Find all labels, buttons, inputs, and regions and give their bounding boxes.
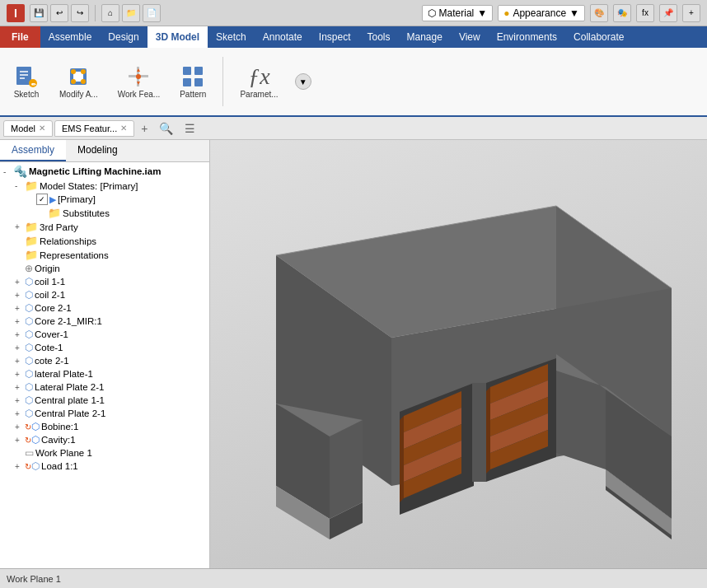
tree-expand-cote1[interactable]: + (15, 343, 25, 352)
tree-item-central2[interactable]: +⬡Central Plate 2-1 (0, 407, 209, 420)
tree-item-origin[interactable]: ⊕Origin (0, 262, 209, 275)
sidebar-tab-assembly[interactable]: Assembly (0, 140, 66, 161)
tree-item-cote1[interactable]: +⬡Cote-1 (0, 341, 209, 354)
new-btn[interactable]: 📄 (143, 4, 161, 22)
tree-label-bobine: Bobine:1 (41, 422, 78, 432)
menu-inspect[interactable]: Inspect (311, 26, 359, 48)
plus-btn[interactable]: + (682, 4, 700, 22)
svg-rect-17 (183, 67, 191, 75)
tree-item-workplane1[interactable]: ▭Work Plane 1 (0, 446, 209, 460)
tree-label-cote1: Cote-1 (35, 343, 63, 352)
tree-item-lateral1[interactable]: +⬡lateral Plate-1 (0, 367, 209, 380)
tab-bar: Model ✕ EMS Featur... ✕ + 🔍 ☰ (0, 117, 707, 140)
tree-item-3rdparty[interactable]: +📁3rd Party (0, 220, 209, 234)
menu-file[interactable]: File (0, 26, 40, 48)
tree-item-cavity[interactable]: +↻⬡Cavity:1 (0, 433, 209, 446)
tree-expand-cover1[interactable]: + (15, 330, 25, 339)
pin-btn[interactable]: 📌 (659, 4, 677, 22)
tab-ems[interactable]: EMS Featur... ✕ (54, 120, 134, 137)
tree-expand-core2[interactable]: + (15, 304, 25, 313)
material-dropdown[interactable]: ⬡ Material ▼ (422, 5, 494, 21)
svg-rect-18 (194, 67, 203, 75)
home-btn[interactable]: ⌂ (101, 4, 119, 22)
tree-expand-load1[interactable]: + (15, 462, 25, 471)
ribbon-modify-btn[interactable]: Modify A... (53, 60, 105, 103)
tree-item-substitutes[interactable]: 📁Substitutes (0, 206, 209, 220)
menu-view[interactable]: View (451, 26, 489, 48)
tab-search-btn[interactable]: 🔍 (154, 119, 178, 138)
ribbon-dropdown-arrow[interactable]: ▼ (295, 73, 311, 90)
menu-tools[interactable]: Tools (359, 26, 399, 48)
tree-label-origin: Origin (35, 264, 60, 273)
viewport[interactable] (210, 140, 707, 568)
save-btn[interactable]: 💾 (30, 4, 48, 22)
main-layout: Assembly Modeling -🔩Magnetic Lifting Mac… (0, 140, 707, 568)
tree-item-lateral2[interactable]: +⬡Lateral Plate 2-1 (0, 380, 209, 394)
tree-expand-lateral2[interactable]: + (15, 383, 25, 392)
appearance-dropdown[interactable]: ● Appearance ▼ (498, 5, 585, 21)
tree-item-model-states[interactable]: -📁Model States: [Primary] (0, 179, 209, 193)
tree-item-coil1[interactable]: +⬡coil 1-1 (0, 275, 209, 288)
tree-expand-cavity[interactable]: + (15, 436, 25, 445)
tree-label-primary: [Primary] (58, 194, 96, 204)
tree-label-cote21: cote 2-1 (35, 356, 69, 366)
title-bar: I 💾 ↩ ↪ ⌂ 📁 📄 ⬡ Material ▼ ● Appearance … (0, 0, 707, 26)
sidebar: Assembly Modeling -🔩Magnetic Lifting Mac… (0, 140, 210, 568)
tree-item-root[interactable]: -🔩Magnetic Lifting Machine.iam (0, 164, 209, 179)
tree-item-cote21[interactable]: +⬡cote 2-1 (0, 354, 209, 367)
tree-collapse-model-states[interactable]: - (15, 181, 25, 190)
tree-item-core2[interactable]: +⬡Core 2-1 (0, 301, 209, 315)
tree-expand-coil2[interactable]: + (15, 291, 25, 300)
tree-label-coil1: coil 1-1 (35, 277, 65, 287)
undo-btn[interactable]: ↩ (50, 4, 68, 22)
open-btn[interactable]: 📁 (122, 4, 140, 22)
tree-expand-coil1[interactable]: + (15, 278, 25, 287)
color-btn[interactable]: 🎭 (613, 4, 631, 22)
tree-checkbox-primary[interactable]: ✓ (36, 194, 48, 205)
ribbon-sketch-btn[interactable]: ✏ Sketch (7, 60, 46, 103)
tab-menu-btn[interactable]: ☰ (180, 119, 200, 138)
tree-collapse-root[interactable]: - (3, 167, 13, 176)
tree-item-load1[interactable]: +↻⬡Load 1:1 (0, 460, 209, 473)
tree-item-cover1[interactable]: +⬡Cover-1 (0, 328, 209, 341)
tree-expand-bobine[interactable]: + (15, 422, 25, 432)
tree-expand-central1[interactable]: + (15, 396, 25, 405)
tree-item-bobine[interactable]: +↻⬡Bobine:1 (0, 420, 209, 433)
tab-model[interactable]: Model ✕ (3, 120, 53, 137)
ribbon-pattern-btn[interactable]: Pattern (173, 60, 213, 103)
origin-icon: ⊕ (25, 263, 33, 274)
menu-environments[interactable]: Environments (489, 26, 565, 48)
tree-expand-central2[interactable]: + (15, 409, 25, 418)
tree-item-coil2[interactable]: +⬡coil 2-1 (0, 288, 209, 301)
workfea-icon (125, 63, 152, 90)
palette-btn[interactable]: 🎨 (590, 4, 608, 22)
menu-annotate[interactable]: Annotate (255, 26, 311, 48)
menu-3dmodel[interactable]: 3D Model (147, 26, 208, 48)
redo-btn[interactable]: ↪ (71, 4, 89, 22)
menu-manage[interactable]: Manage (399, 26, 451, 48)
tree-item-central1[interactable]: +⬡Central plate 1-1 (0, 394, 209, 407)
tree-expand-3rdparty[interactable]: + (15, 222, 25, 231)
ribbon-param-btn[interactable]: ƒx Paramet... (233, 60, 284, 103)
tree-item-representations[interactable]: 📁Representations (0, 248, 209, 262)
menu-collaborate[interactable]: Collaborate (565, 26, 632, 48)
sidebar-tabs: Assembly Modeling (0, 140, 209, 162)
menu-assemble[interactable]: Assemble (40, 26, 101, 48)
tree-item-relationships[interactable]: 📁Relationships (0, 234, 209, 248)
tree-expand-cote21[interactable]: + (15, 357, 25, 366)
menu-design[interactable]: Design (100, 26, 147, 48)
ribbon-workfea-btn[interactable]: Work Fea... (111, 60, 167, 103)
tree-expand-lateral1[interactable]: + (15, 370, 25, 379)
tree-expand-core2mir[interactable]: + (15, 317, 25, 326)
tree-item-primary[interactable]: ✓▶[Primary] (0, 193, 209, 206)
tree-item-core2mir[interactable]: +⬡Core 2-1_MIR:1 (0, 315, 209, 328)
tab-ems-close[interactable]: ✕ (120, 124, 127, 133)
part-icon: ⬡ (25, 315, 33, 327)
menu-sketch[interactable]: Sketch (208, 26, 255, 48)
sidebar-tab-modeling[interactable]: Modeling (66, 140, 129, 161)
sidebar-tree: -🔩Magnetic Lifting Machine.iam-📁Model St… (0, 162, 209, 568)
menu-bar: File Assemble Design 3D Model Sketch Ann… (0, 26, 707, 48)
fx-btn[interactable]: fx (636, 4, 654, 22)
tab-add-btn[interactable]: + (136, 119, 152, 138)
tab-model-close[interactable]: ✕ (39, 124, 45, 133)
